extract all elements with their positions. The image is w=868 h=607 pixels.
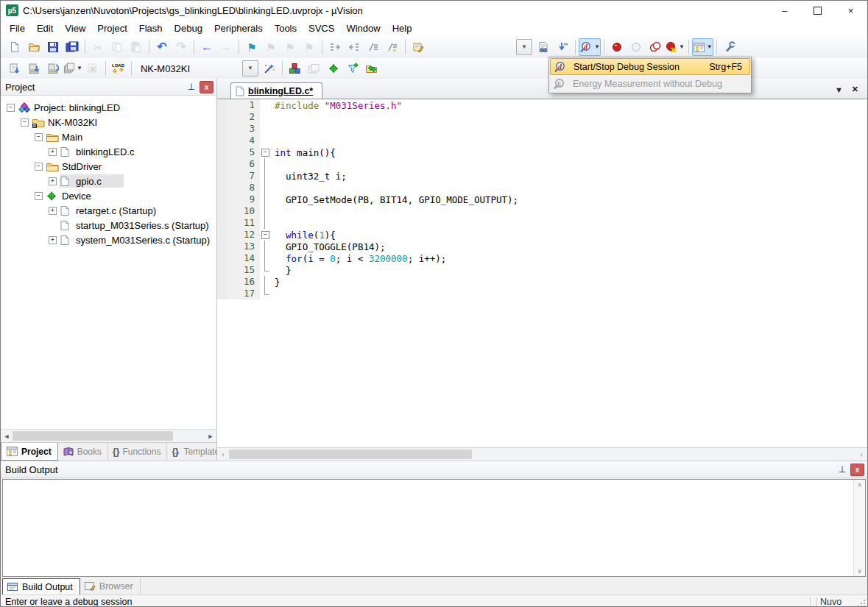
code-line-6[interactable]: 6 xyxy=(217,158,867,170)
fold-margin[interactable]: − xyxy=(260,229,270,241)
pin-icon[interactable]: ⊥ xyxy=(186,82,197,92)
menu-svcs[interactable]: SVCS xyxy=(303,21,340,35)
build-button[interactable] xyxy=(24,60,43,77)
expand-icon[interactable]: + xyxy=(49,207,57,215)
minimize-button[interactable]: – xyxy=(768,1,801,20)
code-line-1[interactable]: 1#include "M031Series.h" xyxy=(217,99,867,111)
insert-remove-breakpoint-button[interactable] xyxy=(607,38,627,56)
code-line-16[interactable]: 16} xyxy=(217,276,867,288)
expand-icon[interactable]: + xyxy=(49,148,57,156)
tree-item-device[interactable]: −Device xyxy=(1,188,216,203)
menu-help[interactable]: Help xyxy=(387,21,418,35)
dropdown-caret-icon[interactable]: ▼ xyxy=(77,65,82,71)
dropdown-caret-icon[interactable]: ▼ xyxy=(679,44,685,50)
target-select-arrow-button[interactable]: ▼ xyxy=(241,60,260,77)
code-line-8[interactable]: 8 xyxy=(217,182,867,194)
code-line-12[interactable]: 12− while(1){ xyxy=(217,229,867,241)
find-text-combo-button[interactable]: ▼ xyxy=(515,38,534,56)
bottom-tab-build-output[interactable]: Build Output xyxy=(2,578,80,594)
breakpoint-margin[interactable] xyxy=(217,146,227,158)
editor-tab-blinkingled[interactable]: blinkingLED.c* xyxy=(230,82,322,99)
collapse-icon[interactable]: − xyxy=(21,118,29,127)
tree-item-system-m031series-c-startup[interactable]: +system_M031Series.c (Startup) xyxy=(1,232,216,247)
expand-icon[interactable]: + xyxy=(49,177,57,185)
tree-item-content[interactable]: blinkingLED.c xyxy=(60,145,157,158)
multi-project-workspace-button[interactable] xyxy=(305,60,324,77)
breakpoint-margin[interactable] xyxy=(217,217,227,229)
tree-item-project-blinkingled[interactable]: −Project: blinkingLED xyxy=(1,100,216,115)
dropdown-caret-icon[interactable]: ▼ xyxy=(594,44,600,50)
tree-item-gpio-c[interactable]: +gpio.c xyxy=(1,174,216,188)
breakpoint-margin[interactable] xyxy=(217,194,227,205)
menu-project[interactable]: Project xyxy=(91,21,133,35)
enable-disable-breakpoint-button[interactable] xyxy=(627,38,646,56)
previous-bookmark-button[interactable]: ⚑ xyxy=(261,38,280,56)
batch-build-button[interactable]: ▼ xyxy=(63,60,83,77)
toggle-bookmark-button[interactable]: ⚑ xyxy=(242,38,261,56)
copy-button[interactable] xyxy=(107,38,127,56)
menu-flash[interactable]: Flash xyxy=(133,21,169,35)
find-in-files-button[interactable] xyxy=(534,38,553,56)
tree-item-content[interactable]: startup_M031Series.s (Startup) xyxy=(60,219,216,232)
collapse-icon[interactable]: − xyxy=(35,192,43,200)
panel-tab-functions[interactable]: {}Functions xyxy=(108,443,167,460)
breakpoint-margin[interactable] xyxy=(217,182,227,194)
tab-list-dropdown-icon[interactable]: ▼ xyxy=(835,85,843,94)
fold-margin[interactable]: − xyxy=(260,146,270,158)
download-to-flash-button[interactable]: LOAD xyxy=(109,60,128,77)
manage-project-items-button[interactable] xyxy=(286,60,305,77)
bottom-tab-browser[interactable]: Browser xyxy=(80,578,141,594)
save-all-button[interactable] xyxy=(63,38,82,56)
code-line-13[interactable]: 13 GPIO_TOGGLE(PB14); xyxy=(217,241,867,252)
breakpoint-margin[interactable] xyxy=(217,205,227,217)
panel-tab-books[interactable]: Books xyxy=(58,443,108,460)
scroll-up-icon[interactable]: ∧ xyxy=(857,481,862,489)
options-for-target-button[interactable] xyxy=(260,60,279,77)
build-output-vscrollbar[interactable]: ∧ ∨ xyxy=(853,480,865,576)
project-panel-close-button[interactable]: x xyxy=(200,81,214,93)
collapse-icon[interactable]: − xyxy=(35,163,43,171)
tree-item-stddriver[interactable]: −StdDriver xyxy=(1,159,216,174)
breakpoint-margin[interactable] xyxy=(217,264,227,276)
dropdown-caret-icon[interactable]: ▼ xyxy=(707,44,713,50)
tree-item-content[interactable]: gpio.c xyxy=(60,174,124,188)
new-file-button[interactable] xyxy=(5,38,24,56)
target-select[interactable]: NK-M032KI xyxy=(135,61,241,76)
kill-all-breakpoints-button[interactable]: ▼ xyxy=(665,38,685,56)
code-line-14[interactable]: 14 for(i = 0; i < 3200000; i++); xyxy=(217,252,867,264)
breakpoint-margin[interactable] xyxy=(217,241,227,252)
fold-collapse-icon[interactable]: − xyxy=(261,149,269,157)
code-line-17[interactable]: 17 xyxy=(217,288,867,299)
tree-item-content[interactable]: retarget.c (Startup) xyxy=(60,204,178,217)
scroll-thumb[interactable] xyxy=(229,450,472,459)
open-file-button[interactable] xyxy=(24,38,43,56)
tree-item-content[interactable]: Project: blinkingLED xyxy=(18,101,142,114)
scroll-left-icon[interactable]: ‹ xyxy=(217,451,229,458)
comment-selection-button[interactable] xyxy=(364,38,383,56)
scroll-thumb[interactable] xyxy=(13,431,173,441)
rebuild-all-button[interactable] xyxy=(43,60,63,77)
menu-edit[interactable]: Edit xyxy=(31,21,59,35)
pack-installer-button[interactable] xyxy=(362,60,381,77)
code-line-5[interactable]: 5−int main(){ xyxy=(217,146,867,158)
code-editor[interactable]: 1#include "M031Series.h"2345−int main(){… xyxy=(217,99,867,447)
menu-window[interactable]: Window xyxy=(340,21,386,35)
save-button[interactable] xyxy=(43,38,63,56)
stop-build-button[interactable] xyxy=(83,60,102,77)
translate-button[interactable] xyxy=(5,60,24,77)
tree-item-nk-m032ki[interactable]: −NK-M032KI xyxy=(1,115,216,129)
paste-button[interactable] xyxy=(127,38,146,56)
menu-view[interactable]: View xyxy=(59,21,91,35)
scroll-right-icon[interactable]: › xyxy=(855,451,867,458)
code-line-4[interactable]: 4 xyxy=(217,135,867,146)
tree-item-blinkingled-c[interactable]: +blinkingLED.c xyxy=(1,144,216,159)
close-document-icon[interactable]: ✕ xyxy=(852,85,858,94)
breakpoint-margin[interactable] xyxy=(217,99,227,111)
maximize-button[interactable] xyxy=(801,1,834,20)
navigate-forward-button[interactable]: → xyxy=(216,38,236,56)
pin-icon[interactable]: ⊥ xyxy=(837,464,847,475)
uncomment-selection-button[interactable] xyxy=(383,38,402,56)
resize-grip[interactable] xyxy=(855,597,866,607)
menu-tools[interactable]: Tools xyxy=(269,21,303,35)
tree-item-content[interactable]: NK-M032KI xyxy=(32,116,119,129)
